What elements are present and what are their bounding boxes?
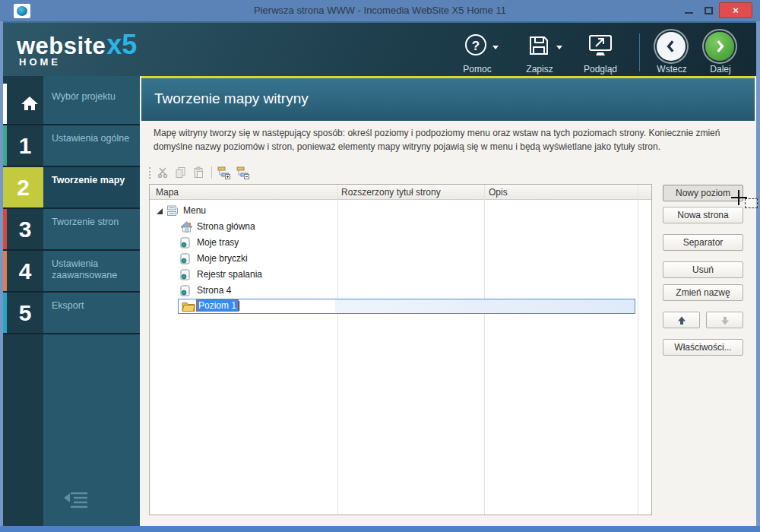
tree-row-label[interactable]: Strona 4 (197, 285, 231, 296)
help-label: Pomoc (450, 64, 505, 74)
back-icon (657, 32, 686, 61)
delete-button[interactable]: Usuń (663, 261, 743, 278)
sitemap-icon (166, 205, 179, 217)
move-down-button[interactable] (706, 312, 743, 328)
sitemap-table[interactable]: Mapa Rozszerzony tytuł strony Opis Men (149, 184, 652, 515)
steps-sidebar: Wybór projektu 1 Ustawienia ogólne 2 Two… (3, 76, 140, 526)
close-button[interactable]: × (719, 2, 752, 18)
paste-icon[interactable] (192, 166, 204, 179)
sidebar-item-project-choice[interactable]: Wybór projektu (3, 84, 140, 124)
toolbar-divider (639, 33, 640, 71)
app-header: websitex5 HOME ? Pomoc Zapi (3, 21, 756, 76)
page-icon (180, 269, 190, 280)
page-title: Tworzenie mapy witryny (154, 78, 309, 119)
step-label: Wybór projektu (43, 84, 140, 124)
step-divider (3, 333, 140, 334)
rename-edit-box[interactable]: Poziom 1 (178, 299, 635, 314)
homepage-icon (180, 221, 193, 233)
page-description: Mapę witryny tworzy się w następujący sp… (154, 126, 743, 154)
back-button[interactable]: Wstecz (644, 30, 699, 74)
tree-row-home-page[interactable]: Strona główna (150, 219, 651, 235)
page-title-band: Tworzenie mapy witryny (141, 78, 755, 121)
rename-text-input[interactable]: Poziom 1 (197, 300, 239, 312)
next-button[interactable]: Dalej (693, 30, 748, 74)
new-page-button[interactable]: Nowa strona (663, 207, 743, 223)
folder-icon (182, 301, 195, 312)
page-icon (180, 237, 190, 249)
page-icon (180, 253, 190, 264)
logo-x5-text: x5 (106, 29, 137, 60)
maximize-icon (705, 7, 713, 14)
tree-row-label[interactable]: Menu (183, 205, 206, 217)
help-icon: ? (465, 34, 486, 55)
step-number: 5 (7, 293, 43, 333)
rename-button[interactable]: Zmień nazwę (663, 284, 743, 301)
tree-row-menu[interactable]: Menu (150, 203, 651, 219)
collapse-sidebar-button[interactable] (62, 489, 91, 511)
expander-icon[interactable] (156, 207, 163, 215)
window-title: Pierwsza strona WWW - Incomedia WebSite … (0, 0, 760, 21)
sitemap-mini-toolbar (149, 166, 255, 179)
minimize-icon (685, 12, 693, 14)
tree-row-page[interactable]: Moje bryczki (150, 251, 651, 267)
collapse-sidebar-icon (62, 489, 90, 511)
preview-label: Podgląd (573, 64, 628, 74)
preview-icon (587, 33, 613, 58)
column-header-description[interactable]: Opis (489, 185, 508, 200)
tree-row-label[interactable]: Moje bryczki (197, 253, 248, 264)
tree-row-page[interactable]: Strona 4 (150, 283, 651, 299)
tree-row-page[interactable]: Moje trasy (150, 235, 651, 251)
tree-row-label[interactable]: Rejestr spalania (197, 269, 262, 280)
window-border-right (756, 21, 760, 526)
home-icon (21, 96, 39, 111)
tree-row-label[interactable]: Strona główna (197, 221, 255, 233)
save-dropdown-icon[interactable] (556, 46, 562, 49)
separator-button[interactable]: Separator (663, 234, 743, 251)
drag-preview-box (745, 198, 758, 208)
sidebar-item-advanced-settings[interactable]: 4 Ustawienia zaawansowane (3, 251, 140, 291)
sidebar-item-export[interactable]: 5 Eksport (3, 293, 140, 333)
down-arrow-icon (720, 315, 730, 326)
move-up-button[interactable] (663, 312, 700, 328)
column-header-extended-title[interactable]: Rozszerzony tytuł strony (341, 185, 441, 200)
expand-all-icon[interactable] (217, 166, 231, 179)
tree-row-page[interactable]: Rejestr spalania (150, 267, 651, 283)
titlebar[interactable]: Pierwsza strona WWW - Incomedia WebSite … (0, 0, 760, 21)
collapse-all-icon[interactable] (236, 166, 250, 179)
toolbar-grip-icon (149, 167, 150, 179)
next-icon (705, 32, 734, 61)
preview-button[interactable]: Podgląd (573, 30, 628, 74)
cut-icon[interactable] (157, 166, 169, 179)
selected-text: Poziom 1 (197, 300, 238, 311)
save-label: Zapisz (512, 64, 567, 74)
sidebar-item-page-creation[interactable]: 3 Tworzenie stron (3, 209, 140, 249)
step-label: Tworzenie mapy (43, 167, 140, 207)
step-label: Eksport (43, 293, 140, 333)
step-label: Tworzenie stron (43, 209, 140, 249)
main-content: Tworzenie mapy witryny Mapę witryny twor… (140, 76, 756, 526)
step-label: Ustawienia zaawansowane (43, 251, 140, 291)
column-header-map[interactable]: Mapa (156, 185, 179, 200)
application-window: Pierwsza strona WWW - Incomedia WebSite … (0, 0, 760, 532)
page-icon (180, 285, 190, 296)
step-number: 3 (7, 209, 43, 249)
edit-row-tint (335, 299, 635, 313)
new-level-button[interactable]: Nowy poziom (663, 185, 743, 201)
websitex5-logo: websitex5 HOME (17, 29, 137, 68)
tree-row-level-editing[interactable]: Poziom 1 (150, 299, 651, 315)
sidebar-item-sitemap-creation-active[interactable]: 2 Tworzenie mapy (3, 167, 140, 207)
maximize-button[interactable] (701, 3, 717, 18)
help-dropdown-icon[interactable] (492, 46, 499, 49)
logo-brand-text: website (17, 33, 106, 59)
up-arrow-icon (676, 315, 687, 326)
save-button[interactable]: Zapisz (512, 30, 567, 74)
minimize-button[interactable] (681, 3, 698, 18)
save-icon (527, 34, 550, 57)
copy-icon[interactable] (175, 166, 187, 179)
help-button[interactable]: ? Pomoc (450, 30, 505, 74)
sidebar-item-general-settings[interactable]: 1 Ustawienia ogólne (3, 125, 140, 166)
properties-button[interactable]: Właściwości... (663, 339, 743, 356)
step-number: 1 (7, 125, 43, 166)
tree-row-label[interactable]: Moje trasy (197, 237, 239, 249)
back-label: Wstecz (644, 64, 699, 74)
